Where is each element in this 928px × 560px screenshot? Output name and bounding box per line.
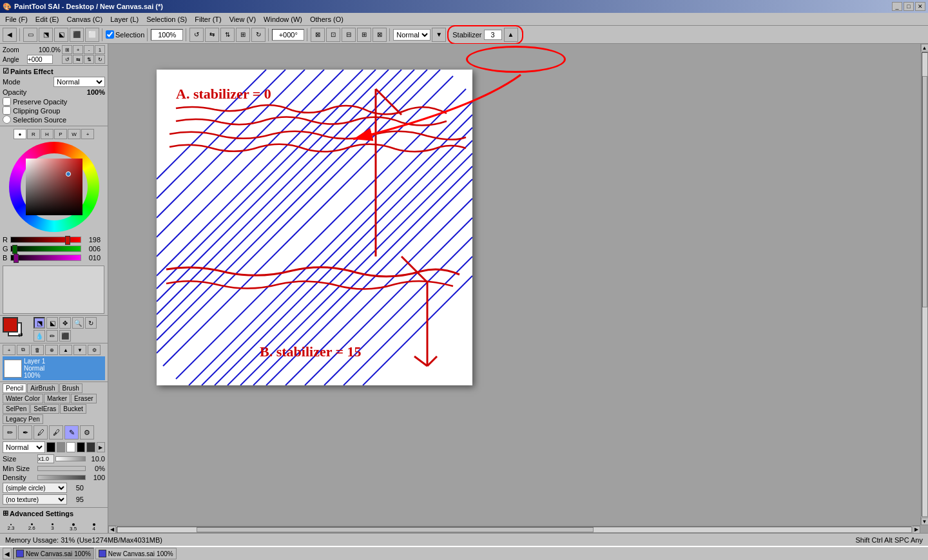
adv-dot-2.6[interactable]: 2.6 [23,519,40,533]
brush-mode-select[interactable]: Normal [3,441,45,453]
brush-icon-6[interactable]: ⚙ [80,425,94,439]
brush-tab-selpen[interactable]: SelPen [3,404,30,414]
scroll-v-thumb[interactable] [922,76,927,308]
b-slider[interactable] [10,255,81,261]
brush-mode-gray[interactable] [57,442,66,452]
menu-window[interactable]: Window (W) [260,15,306,24]
brush-tab-pencil[interactable]: Pencil [3,383,26,393]
layer-item[interactable]: Layer 1 Normal 100% [3,356,105,380]
angle-flip-v[interactable]: ⇅ [84,55,94,64]
color-square[interactable] [26,159,82,215]
scroll-v-down[interactable]: ▼ [921,517,929,525]
canvas-btn3[interactable]: ⊟ [342,28,356,42]
canvas-fit-btn[interactable]: ⊠ [311,28,325,42]
toolbar-select-lasso[interactable]: ⬔ [39,28,53,42]
zoom-reset-btn[interactable]: 1 [95,45,105,54]
angle-rot-left[interactable]: ↺ [62,55,72,64]
taskbar-item-1[interactable]: New Canvas.sai 100% [13,548,94,559]
tool-select-lasso[interactable]: ⬕ [46,317,58,329]
scroll-h-thumb[interactable] [197,527,594,532]
tool-select-rect[interactable]: ⬔ [34,317,45,329]
menu-canvas[interactable]: Canvas (C) [63,15,107,24]
zoom-input[interactable] [151,29,183,41]
zoom-out-btn[interactable]: - [84,45,94,54]
size-mult-input[interactable] [37,454,54,463]
canvas-btn2[interactable]: ⊡ [326,28,340,42]
stabilizer-input[interactable] [484,30,502,40]
layer-merge-btn[interactable]: ⊕ [45,345,58,355]
canvas-flip-h[interactable]: ⇆ [205,28,219,42]
canvas-rot-cw[interactable]: ↻ [251,28,266,42]
canvas-btn5[interactable]: ⊠ [372,28,387,42]
g-slider[interactable] [10,246,81,252]
brush-tab-legacy[interactable]: Legacy Pen [3,414,43,424]
tool-zoom[interactable]: 🔍 [72,317,84,329]
taskbar-item-2[interactable]: New Canvas.sai 100% [95,548,177,559]
color-tab-extra[interactable]: + [81,129,94,139]
toolbar-nav-left[interactable]: ◀ [3,28,17,42]
taskbar-scroll-left[interactable]: ◀ [3,548,12,559]
size-slider[interactable] [55,456,86,461]
layer-settings-btn[interactable]: ⚙ [88,345,101,355]
brush-tab-brush[interactable]: Brush [59,383,82,393]
blend-mode-select[interactable]: Normal [393,29,430,41]
brush-mode-black2[interactable] [77,442,86,452]
fg-color-box[interactable] [3,317,18,333]
horizontal-scrollbar[interactable]: ◀ ▶ [108,525,920,533]
toolbar-select-wand[interactable]: ⬕ [54,28,68,42]
brush-icon-2[interactable]: ✒ [18,425,32,439]
color-tab-hsv[interactable]: H [41,129,53,139]
canvas-btn4[interactable]: ⊞ [357,28,371,42]
vertical-scrollbar[interactable]: ▲ ▼ [920,44,928,525]
brush-tab-airbrush[interactable]: AirBrush [27,383,58,393]
scroll-h-left[interactable]: ◀ [108,526,116,534]
menu-layer[interactable]: Layer (L) [106,15,142,24]
zoom-in-btn[interactable]: + [73,45,83,54]
min-size-slider[interactable] [37,466,86,471]
density-slider[interactable] [37,475,86,480]
color-tab-wheel[interactable]: ● [14,129,26,139]
angle-flip-h[interactable]: ⇆ [73,55,83,64]
menu-selection[interactable]: Selection (S) [142,15,191,24]
brush-tab-seleras[interactable]: SelEras [30,404,59,414]
brush-icon-4[interactable]: 🖋 [49,425,63,439]
scroll-h-track[interactable] [117,526,912,533]
mode-select[interactable]: Normal [53,77,105,87]
selection-checkbox[interactable] [106,30,114,39]
angle-input[interactable] [27,55,53,64]
color-tab-web[interactable]: W [68,129,81,139]
close-button[interactable]: ✕ [915,2,925,11]
menu-view[interactable]: View (V) [226,15,260,24]
minimize-button[interactable]: _ [892,2,902,11]
adv-dot-3.5[interactable]: 3.5 [65,519,82,533]
brush-tab-watercolor[interactable]: Water Color [3,394,43,403]
tool-move[interactable]: ✥ [59,317,71,329]
menu-edit[interactable]: Edit (E) [32,15,63,24]
rotation-input[interactable] [272,29,304,41]
canvas-fit[interactable]: ⊞ [236,28,250,42]
toolbar-select-rect[interactable]: ▭ [23,28,37,42]
brush-mode-dark2[interactable] [86,442,95,452]
tool-fill[interactable]: ⬛ [59,330,71,342]
texture-select[interactable]: (no texture) [3,494,67,505]
scroll-h-right[interactable]: ▶ [913,526,920,534]
adv-dot-3[interactable]: 3 [44,519,61,533]
canvas-flip-v[interactable]: ⇅ [220,28,235,42]
brush-icon-1[interactable]: ✏ [3,425,17,439]
selection-source-radio[interactable] [3,115,11,124]
toolbar-select-all[interactable]: ⬛ [70,28,84,42]
layer-new-btn[interactable]: + [3,345,15,355]
brush-tab-eraser[interactable]: Eraser [71,394,96,403]
scroll-v-up[interactable]: ▲ [921,44,929,52]
layer-copy-btn[interactable]: ⧉ [17,345,30,355]
color-tab-rgb[interactable]: R [27,129,40,139]
adv-dot-2.3[interactable]: 2.3 [3,519,19,533]
brush-tab-marker[interactable]: Marker [44,394,70,403]
scroll-v-track[interactable] [922,52,928,517]
brush-expand-btn[interactable]: ▶ [97,442,106,452]
color-swatches-grid[interactable] [3,266,104,314]
adv-dot-4[interactable]: 4 [86,519,102,533]
clipping-group-checkbox[interactable] [3,106,11,115]
canvas-rot-ccw[interactable]: ↺ [189,28,204,42]
swap-icon[interactable]: ⇄ [18,331,24,338]
